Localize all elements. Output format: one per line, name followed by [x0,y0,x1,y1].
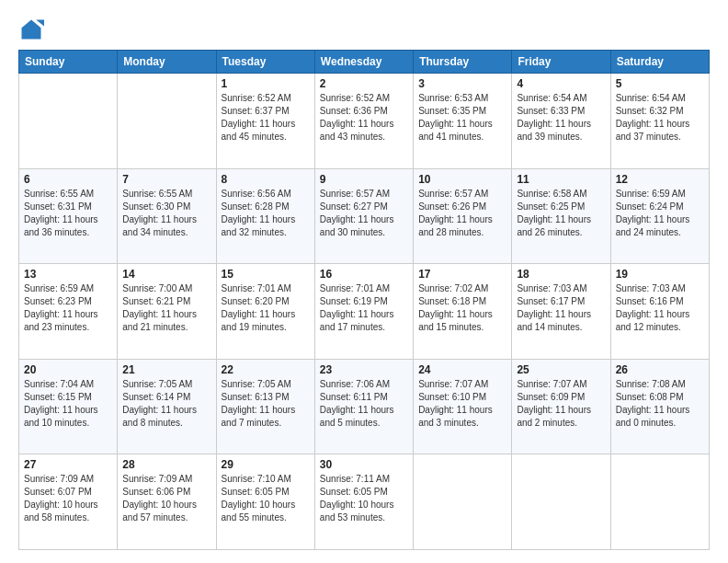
calendar-day-cell: 29Sunrise: 7:10 AM Sunset: 6:05 PM Dayli… [216,454,314,550]
calendar-table: SundayMondayTuesdayWednesdayThursdayFrid… [18,50,710,550]
day-number: 3 [418,77,506,90]
header [18,17,710,42]
day-number: 4 [517,77,605,90]
day-number: 8 [222,173,310,186]
day-number: 29 [222,458,310,471]
calendar-day-cell: 28Sunrise: 7:09 AM Sunset: 6:06 PM Dayli… [118,454,216,550]
day-info: Sunrise: 6:52 AM Sunset: 6:37 PM Dayligh… [222,92,310,144]
calendar-day-cell: 12Sunrise: 6:59 AM Sunset: 6:24 PM Dayli… [610,168,709,264]
calendar-day-cell: 26Sunrise: 7:08 AM Sunset: 6:08 PM Dayli… [610,359,709,454]
weekday-header: Friday [512,51,610,74]
calendar-day-cell: 5Sunrise: 6:54 AM Sunset: 6:32 PM Daylig… [610,74,709,169]
day-info: Sunrise: 7:05 AM Sunset: 6:14 PM Dayligh… [122,378,210,430]
day-info: Sunrise: 7:01 AM Sunset: 6:20 PM Dayligh… [222,282,310,334]
calendar-day-cell [118,74,216,169]
day-info: Sunrise: 7:02 AM Sunset: 6:18 PM Dayligh… [418,282,506,334]
day-info: Sunrise: 6:52 AM Sunset: 6:36 PM Dayligh… [320,92,408,144]
calendar-day-cell: 24Sunrise: 7:07 AM Sunset: 6:10 PM Dayli… [414,359,512,454]
day-number: 12 [616,173,704,186]
logo [18,17,48,42]
calendar-day-cell: 17Sunrise: 7:02 AM Sunset: 6:18 PM Dayli… [414,264,512,360]
day-number: 10 [418,173,506,186]
day-number: 27 [24,458,112,471]
day-info: Sunrise: 6:54 AM Sunset: 6:33 PM Dayligh… [517,92,605,144]
day-number: 15 [222,268,310,281]
day-info: Sunrise: 6:57 AM Sunset: 6:27 PM Dayligh… [320,188,408,239]
weekday-header: Saturday [610,51,709,74]
day-number: 7 [122,173,210,186]
day-info: Sunrise: 6:56 AM Sunset: 6:28 PM Dayligh… [222,188,310,239]
day-number: 5 [616,77,704,90]
day-number: 23 [320,363,408,376]
calendar-week-row: 20Sunrise: 7:04 AM Sunset: 6:15 PM Dayli… [19,359,710,454]
day-number: 26 [616,363,704,376]
calendar-header-row: SundayMondayTuesdayWednesdayThursdayFrid… [19,51,710,74]
calendar-day-cell: 25Sunrise: 7:07 AM Sunset: 6:09 PM Dayli… [512,359,610,454]
day-number: 11 [517,173,605,186]
calendar-day-cell: 27Sunrise: 7:09 AM Sunset: 6:07 PM Dayli… [19,454,118,550]
day-number: 28 [122,458,210,471]
calendar-day-cell: 7Sunrise: 6:55 AM Sunset: 6:30 PM Daylig… [118,168,216,264]
day-info: Sunrise: 7:09 AM Sunset: 6:07 PM Dayligh… [24,473,112,524]
calendar-day-cell [19,74,118,169]
day-info: Sunrise: 7:05 AM Sunset: 6:13 PM Dayligh… [222,378,310,430]
day-number: 16 [320,268,408,281]
calendar-day-cell [414,454,512,550]
calendar-week-row: 6Sunrise: 6:55 AM Sunset: 6:31 PM Daylig… [19,168,710,264]
day-info: Sunrise: 7:08 AM Sunset: 6:08 PM Dayligh… [616,378,704,430]
calendar-day-cell: 30Sunrise: 7:11 AM Sunset: 6:05 PM Dayli… [314,454,413,550]
calendar-day-cell: 14Sunrise: 7:00 AM Sunset: 6:21 PM Dayli… [118,264,216,360]
day-info: Sunrise: 6:57 AM Sunset: 6:26 PM Dayligh… [418,188,506,239]
day-info: Sunrise: 7:09 AM Sunset: 6:06 PM Dayligh… [122,473,210,524]
day-number: 25 [517,363,605,376]
calendar-day-cell: 11Sunrise: 6:58 AM Sunset: 6:25 PM Dayli… [512,168,610,264]
day-info: Sunrise: 7:03 AM Sunset: 6:16 PM Dayligh… [616,282,704,334]
day-info: Sunrise: 7:01 AM Sunset: 6:19 PM Dayligh… [320,282,408,334]
logo-icon [18,17,44,42]
calendar-day-cell: 1Sunrise: 6:52 AM Sunset: 6:37 PM Daylig… [216,74,314,169]
day-info: Sunrise: 7:07 AM Sunset: 6:10 PM Dayligh… [418,378,506,430]
calendar-day-cell: 23Sunrise: 7:06 AM Sunset: 6:11 PM Dayli… [314,359,413,454]
day-number: 1 [222,77,310,90]
calendar-day-cell: 19Sunrise: 7:03 AM Sunset: 6:16 PM Dayli… [610,264,709,360]
day-number: 6 [24,173,112,186]
calendar-week-row: 27Sunrise: 7:09 AM Sunset: 6:07 PM Dayli… [19,454,710,550]
day-info: Sunrise: 6:54 AM Sunset: 6:32 PM Dayligh… [616,92,704,144]
calendar-day-cell: 18Sunrise: 7:03 AM Sunset: 6:17 PM Dayli… [512,264,610,360]
weekday-header: Sunday [19,51,118,74]
day-info: Sunrise: 7:10 AM Sunset: 6:05 PM Dayligh… [222,473,310,524]
calendar-day-cell: 3Sunrise: 6:53 AM Sunset: 6:35 PM Daylig… [414,74,512,169]
calendar-day-cell: 2Sunrise: 6:52 AM Sunset: 6:36 PM Daylig… [314,74,413,169]
calendar-week-row: 13Sunrise: 6:59 AM Sunset: 6:23 PM Dayli… [19,264,710,360]
day-info: Sunrise: 7:07 AM Sunset: 6:09 PM Dayligh… [517,378,605,430]
day-number: 2 [320,77,408,90]
calendar-day-cell: 8Sunrise: 6:56 AM Sunset: 6:28 PM Daylig… [216,168,314,264]
day-number: 30 [320,458,408,471]
day-info: Sunrise: 7:00 AM Sunset: 6:21 PM Dayligh… [122,282,210,334]
day-info: Sunrise: 7:03 AM Sunset: 6:17 PM Dayligh… [517,282,605,334]
day-number: 22 [222,363,310,376]
day-number: 24 [418,363,506,376]
calendar-day-cell [512,454,610,550]
day-info: Sunrise: 6:55 AM Sunset: 6:31 PM Dayligh… [24,188,112,239]
calendar-day-cell: 20Sunrise: 7:04 AM Sunset: 6:15 PM Dayli… [19,359,118,454]
weekday-header: Wednesday [314,51,413,74]
day-info: Sunrise: 7:11 AM Sunset: 6:05 PM Dayligh… [320,473,408,524]
day-number: 13 [24,268,112,281]
calendar-day-cell: 9Sunrise: 6:57 AM Sunset: 6:27 PM Daylig… [314,168,413,264]
day-info: Sunrise: 6:59 AM Sunset: 6:24 PM Dayligh… [616,188,704,239]
calendar-week-row: 1Sunrise: 6:52 AM Sunset: 6:37 PM Daylig… [19,74,710,169]
day-info: Sunrise: 6:59 AM Sunset: 6:23 PM Dayligh… [24,282,112,334]
day-info: Sunrise: 7:04 AM Sunset: 6:15 PM Dayligh… [24,378,112,430]
day-number: 20 [24,363,112,376]
calendar-day-cell: 10Sunrise: 6:57 AM Sunset: 6:26 PM Dayli… [414,168,512,264]
day-number: 19 [616,268,704,281]
day-info: Sunrise: 6:58 AM Sunset: 6:25 PM Dayligh… [517,188,605,239]
calendar-day-cell [610,454,709,550]
day-number: 17 [418,268,506,281]
weekday-header: Thursday [414,51,512,74]
svg-marker-0 [22,20,41,40]
day-number: 9 [320,173,408,186]
day-info: Sunrise: 6:53 AM Sunset: 6:35 PM Dayligh… [418,92,506,144]
calendar-day-cell: 13Sunrise: 6:59 AM Sunset: 6:23 PM Dayli… [19,264,118,360]
